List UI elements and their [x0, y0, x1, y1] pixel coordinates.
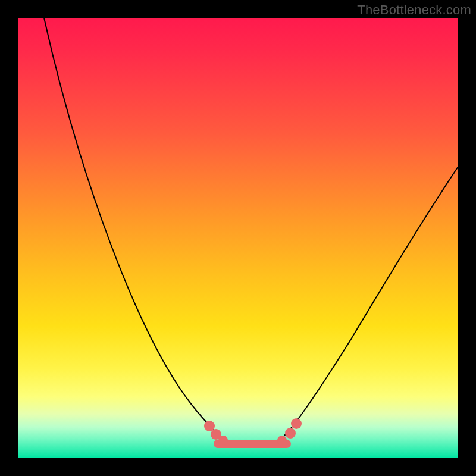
marker-dot [277, 436, 287, 445]
left-curve [44, 18, 220, 436]
curve-layer [18, 18, 458, 458]
chart-frame: TheBottleneck.com [0, 0, 476, 476]
marker-dot [218, 436, 228, 445]
watermark-text: TheBottleneck.com [357, 2, 471, 18]
marker-dot [291, 418, 302, 429]
marker-dot [285, 428, 296, 439]
right-curve [284, 167, 458, 436]
marker-dot [204, 421, 215, 431]
plot-area [18, 18, 458, 458]
